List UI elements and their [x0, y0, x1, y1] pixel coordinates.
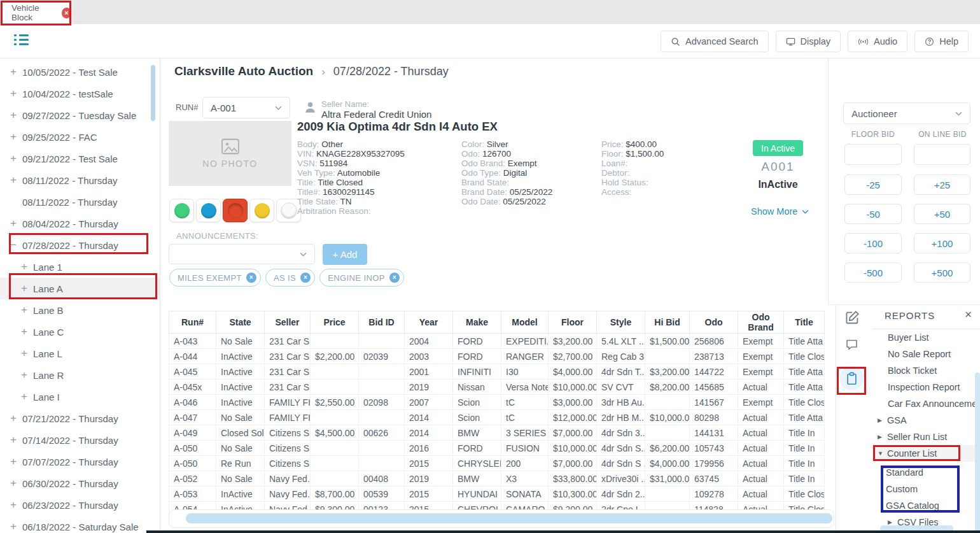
expand-icon[interactable]: + [10, 109, 22, 122]
sidebar-item-10-05-2022-test-sale[interactable]: +10/05/2022 - Test Sale [0, 61, 160, 83]
table-row-a-050[interactable]: A-050Re RunCitizens S...2015CHRYSLER200$… [169, 456, 825, 471]
expand-icon[interactable]: + [21, 260, 33, 273]
add-announcement-button[interactable]: + Add [323, 244, 367, 265]
expand-icon[interactable]: + [21, 325, 33, 338]
report-item-custom[interactable]: Custom [872, 481, 980, 497]
col-header-title[interactable]: Title [784, 311, 825, 334]
table-row-a-052[interactable]: A-052No SaleNavy Fed...004082019BMWX3$33… [169, 471, 825, 487]
table-row-a-044[interactable]: A-044InActive231 Car S...$2,200.00020392… [169, 349, 825, 364]
expand-icon[interactable]: + [21, 304, 33, 316]
col-header-run[interactable]: Run# [169, 311, 216, 334]
table-row-a-053[interactable]: A-053InActiveNavy Fed...$8,700.000053920… [169, 487, 825, 502]
col-header-hi-bid[interactable]: Hi Bid [645, 311, 690, 334]
expand-icon[interactable]: + [10, 217, 22, 230]
reports-close-icon[interactable]: × [965, 308, 972, 322]
expand-icon[interactable]: + [10, 174, 22, 187]
status-badge[interactable]: In Active [753, 140, 803, 156]
expand-icon[interactable]: + [10, 477, 22, 490]
expand-icon[interactable]: + [10, 520, 22, 533]
col-header-floor[interactable]: Floor [549, 311, 597, 334]
audio-button[interactable]: Audio [848, 31, 907, 52]
col-header-style[interactable]: Style [597, 311, 645, 334]
expand-icon[interactable]: + [10, 87, 22, 100]
sidebar-item-06-30-2022-thursday[interactable]: +06/30/2022 - Thursday [0, 473, 160, 494]
col-header-model[interactable]: Model [501, 311, 549, 334]
report-item-inspection-report[interactable]: Inspection Report [872, 379, 980, 395]
bid-plus-500-button[interactable]: +500 [914, 262, 970, 283]
triangle-right-icon[interactable]: ▶ [878, 434, 887, 440]
show-more-link[interactable]: Show More [751, 206, 809, 217]
remove-tag-icon[interactable]: × [246, 273, 256, 283]
edit-note-icon[interactable] [845, 310, 860, 325]
report-item-seller-run-list[interactable]: ▶Seller Run List [872, 429, 980, 445]
expand-icon[interactable]: + [21, 369, 33, 381]
report-item-gsa-catalog[interactable]: GSA Catalog [872, 497, 980, 514]
announcements-select[interactable] [169, 244, 315, 264]
col-header-seller[interactable]: Seller [265, 311, 311, 334]
col-header-bid-id[interactable]: Bid ID [359, 311, 405, 334]
expand-icon[interactable]: + [10, 455, 22, 468]
expand-icon[interactable]: + [10, 412, 22, 425]
bid-minus-25-button[interactable]: -25 [844, 174, 902, 195]
table-row-a-045[interactable]: A-045InActive231 Car S...2001INFINITII30… [169, 364, 825, 380]
report-item-counter-list[interactable]: ▼Counter List [872, 445, 980, 462]
triangle-right-icon[interactable]: ▶ [888, 519, 897, 525]
col-header-price[interactable]: Price [311, 311, 359, 334]
bid-plus-50-button[interactable]: +50 [914, 204, 970, 224]
sidebar-item-06-18-2022-saturday-sale[interactable]: +06/18/2022 - Saturday Sale [0, 516, 160, 533]
report-item-standard[interactable]: Standard [872, 464, 980, 481]
table-row-a-047[interactable]: A-047No SaleFAMILY FI...2014SciontC$12,0… [169, 410, 825, 425]
table-row-a-050[interactable]: A-050No SaleCitizens S...2016FORDFUSION$… [169, 441, 825, 456]
table-row-a-045x[interactable]: A-045xInActive231 Car S...2019NissanVers… [169, 380, 825, 395]
collapse-icon[interactable]: − [10, 239, 22, 252]
col-header-year[interactable]: Year [405, 311, 453, 334]
display-button[interactable]: Display [776, 31, 841, 52]
expand-icon[interactable]: + [10, 434, 22, 446]
reports-vscrollbar-thumb[interactable] [975, 373, 980, 533]
tab-vehicle-block[interactable]: Vehicle Block × [1, 1, 71, 24]
run-number-select[interactable]: A-001 [202, 97, 290, 118]
sidebar-item-07-14-2022-thursday[interactable]: +07/14/2022 - Thursday [0, 429, 160, 451]
sidebar-item-09-25-2022-fac[interactable]: +09/25/2022 - FAC [0, 126, 160, 148]
tab-close-icon[interactable]: × [62, 8, 71, 18]
col-header-odo-brand[interactable]: Odo Brand [738, 311, 784, 334]
sidebar-item-lane-i[interactable]: +Lane I [0, 386, 160, 408]
remove-tag-icon[interactable]: × [300, 273, 311, 283]
expand-icon[interactable]: + [10, 499, 22, 511]
sidebar-item-08-11-2022-thursday[interactable]: 08/11/2022 - Thursday [0, 191, 160, 213]
bid-plus-25-button[interactable]: +25 [914, 174, 970, 195]
expand-icon[interactable]: + [21, 282, 33, 295]
table-row-a-046[interactable]: A-046InActiveFAMILY FI...$2,550.00020982… [169, 395, 825, 410]
table-row-a-049[interactable]: A-049Closed SoldCitizens S...$4,500.0000… [169, 425, 825, 441]
chat-icon[interactable] [845, 338, 858, 351]
sidebar-item-lane-l[interactable]: +Lane L [0, 343, 160, 364]
menu-list-icon[interactable] [14, 34, 29, 48]
green-light-button[interactable] [169, 199, 194, 222]
blue-light-button[interactable] [196, 199, 221, 222]
sidebar-item-10-04-2022-testsale[interactable]: +10/04/2022 - testSale [0, 83, 160, 104]
sidebar-item-lane-b[interactable]: +Lane B [0, 299, 160, 321]
red-light-button[interactable] [223, 199, 248, 222]
auctioneer-select[interactable]: Auctioneer [843, 103, 970, 124]
bid-minus-500-button[interactable]: -500 [844, 262, 902, 283]
online-bid-input[interactable] [914, 144, 970, 165]
sidebar-item-07-28-2022-thursday[interactable]: −07/28/2022 - Thursday [0, 234, 160, 256]
expand-icon[interactable]: + [10, 152, 22, 165]
help-button[interactable]: Help [914, 31, 969, 52]
col-header-odo[interactable]: Odo [690, 311, 738, 334]
table-row-a-043[interactable]: A-043No Sale231 Car S...2004FORDEXPEDITI… [169, 334, 825, 349]
expand-icon[interactable]: + [21, 347, 33, 360]
sidebar-item-07-21-2022-thursday[interactable]: +07/21/2022 - Thursday [0, 408, 160, 429]
report-item-block-ticket[interactable]: Block Ticket [872, 362, 980, 379]
sidebar-item-lane-c[interactable]: +Lane C [0, 321, 160, 343]
breadcrumb-auction[interactable]: Clarksville Auto Auction [174, 64, 313, 78]
yellow-light-button[interactable] [249, 199, 274, 222]
expand-icon[interactable]: + [21, 390, 33, 403]
floor-bid-input[interactable] [844, 144, 902, 165]
remove-tag-icon[interactable]: × [389, 273, 400, 283]
sidebar-item-lane-r[interactable]: +Lane R [0, 364, 160, 386]
sidebar-item-08-04-2022-thursday[interactable]: +08/04/2022 - Thursday [0, 213, 160, 234]
report-item-gsa[interactable]: ▶GSA [872, 412, 980, 429]
sidebar-item-lane-1[interactable]: +Lane 1 [0, 256, 160, 278]
bid-minus-50-button[interactable]: -50 [844, 204, 902, 224]
